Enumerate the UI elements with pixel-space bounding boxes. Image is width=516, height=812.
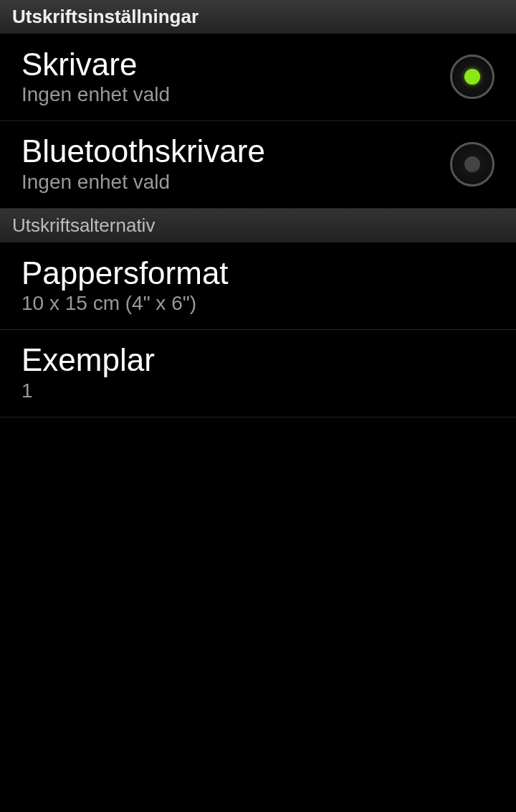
paper-title: Pappersformat — [22, 256, 494, 291]
printer-radio[interactable] — [450, 55, 494, 99]
printer-title: Skrivare — [22, 47, 436, 82]
printer-subtitle: Ingen enhet vald — [22, 83, 436, 106]
copies-subtitle: 1 — [22, 379, 494, 402]
bluetooth-title: Bluetoothskrivare — [22, 134, 436, 169]
paper-text: Pappersformat 10 x 15 cm (4" x 6") — [22, 256, 494, 315]
section-header-print-settings: Utskriftsinställningar — [0, 0, 516, 34]
copies-item[interactable]: Exemplar 1 — [0, 330, 516, 417]
radio-unselected-icon — [464, 156, 480, 172]
section-header-print-options: Utskriftsalternativ — [0, 209, 516, 243]
paper-subtitle: 10 x 15 cm (4" x 6") — [22, 292, 494, 315]
copies-title: Exemplar — [22, 343, 494, 377]
paper-format-item[interactable]: Pappersformat 10 x 15 cm (4" x 6") — [0, 243, 516, 330]
printer-text: Skrivare Ingen enhet vald — [22, 47, 436, 106]
printer-item[interactable]: Skrivare Ingen enhet vald — [0, 34, 516, 121]
bluetooth-text: Bluetoothskrivare Ingen enhet vald — [22, 134, 436, 193]
bluetooth-printer-item[interactable]: Bluetoothskrivare Ingen enhet vald — [0, 121, 516, 208]
radio-selected-icon — [464, 69, 480, 85]
bluetooth-subtitle: Ingen enhet vald — [22, 171, 436, 194]
bluetooth-radio[interactable] — [450, 142, 494, 187]
copies-text: Exemplar 1 — [22, 343, 494, 402]
